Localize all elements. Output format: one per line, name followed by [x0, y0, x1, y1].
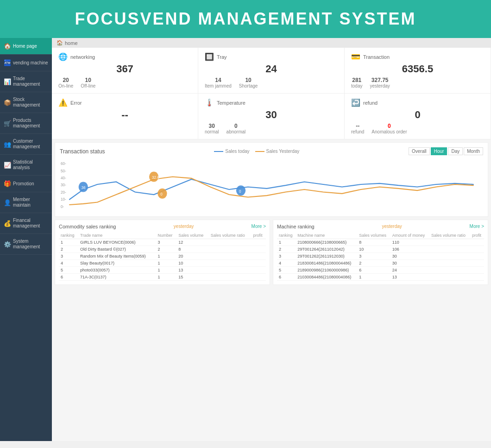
table-row: 5photo033(0057)113	[59, 267, 266, 274]
commodity-table-section: Commodity sales ranking yesterday More >…	[55, 220, 270, 285]
sidebar-item-trade[interactable]: 📊 Trade management	[0, 71, 52, 92]
sidebar-label-member: Member maintain	[13, 197, 48, 208]
table-row: 1GIRLS LUV BEYONCE(0006)312	[59, 239, 266, 246]
breadcrumb: 🏠 home	[52, 38, 491, 48]
chart-svg: 60- 50- 40- 30- 20- 10- 0- 0 1 2 3 4 5 6…	[60, 159, 483, 210]
stat-tray: 🔲 Tray 24 14 Item jammed 10 Shortage	[198, 48, 345, 93]
sidebar-item-promotion[interactable]: 🎁 Promotion	[0, 176, 52, 192]
refund-sub: -- refund 0 Anomalous order	[351, 123, 484, 134]
col-number: Number	[156, 232, 176, 239]
legend-today-dot	[214, 151, 223, 152]
anomalous-value: 0	[388, 123, 391, 129]
sidebar-label-promotion: Promotion	[13, 181, 34, 187]
online-label: On-line	[58, 83, 73, 88]
networking-header: 🌐 networking	[58, 52, 191, 61]
table-row: 621030084486(21080004086)113	[277, 274, 484, 281]
chart-btn-month[interactable]: Month	[464, 147, 483, 155]
sidebar-item-member[interactable]: 👤 Member maintain	[0, 192, 52, 213]
legend-yesterday: Sales Yesterday	[255, 149, 300, 154]
machine-table-section: Machine ranking yesterday More > ranking…	[273, 220, 488, 285]
offline-label: Off-line	[81, 83, 95, 88]
sidebar-item-statistical[interactable]: 📈 Statistical analysis	[0, 155, 52, 176]
jammed-label: Item jammed	[205, 83, 232, 88]
legend-yesterday-label: Sales Yesterday	[266, 149, 300, 154]
commodity-table-title: Commodity sales ranking	[59, 224, 116, 229]
sidebar-label-stock: Stock management	[13, 97, 48, 108]
chart-btn-overall[interactable]: Overall	[409, 147, 430, 155]
chart-header: Transaction status Sales today Sales Yes…	[60, 147, 483, 155]
table-row: 329T001262(2611912030)330	[277, 253, 484, 260]
sidebar-item-stock[interactable]: 📦 Stock management	[0, 92, 52, 113]
commodity-table-body: 1GIRLS LUV BEYONCE(0006)3122Old Dirty Ba…	[59, 239, 266, 281]
table-row: 2Old Dirty Bastard ©(027)28	[59, 246, 266, 253]
table-row: 229T001264(2611012042)10106	[277, 246, 484, 253]
yesterday-value: 327.75	[371, 77, 389, 83]
promotion-icon: 🎁	[4, 180, 11, 187]
sidebar-item-customer[interactable]: 👥 Customer management	[0, 134, 52, 155]
sidebar-label-home: Home page	[13, 44, 37, 49]
sidebar-item-home[interactable]: 🏠 Home page	[0, 38, 52, 55]
sidebar-label-customer: Customer management	[13, 139, 48, 150]
sidebar-label-products: Products management	[13, 118, 48, 129]
breadcrumb-home: home	[65, 40, 78, 46]
temperature-label: Temperature	[217, 100, 246, 106]
svg-text:30-: 30-	[61, 183, 66, 187]
chart-btn-day[interactable]: Day	[448, 147, 463, 155]
commodity-table-header-row: ranking Trade name Number Sales volume S…	[59, 232, 266, 239]
stat-refund: ↩️ refund 0 -- refund 0 Anomalous order	[345, 94, 491, 139]
trade-icon: 📊	[4, 78, 11, 85]
transaction-icon: 💳	[351, 52, 360, 61]
yesterday-stat: 327.75 yesterday	[370, 77, 390, 88]
shortage-value: 10	[245, 77, 251, 83]
dashboard: 🏠 home 🌐 networking 367 20 On-line 10	[52, 38, 491, 441]
machine-more-link[interactable]: More >	[470, 224, 484, 229]
commodity-more-link[interactable]: More >	[252, 224, 266, 229]
stat-error: ⚠️ Error --	[52, 94, 198, 139]
networking-label: networking	[70, 54, 95, 60]
refund-count-value: --	[356, 123, 359, 129]
chart-title: Transaction status	[60, 148, 105, 155]
stat-temperature: 🌡️ Temperature 30 30 normal 0 abnormal	[198, 94, 345, 139]
transaction-header: 💳 Transaction	[351, 52, 484, 61]
chart-legend: Sales today Sales Yesterday	[214, 149, 299, 154]
col-machine-name: Machine name	[296, 232, 357, 239]
temperature-icon: 🌡️	[205, 98, 214, 107]
home-icon: 🏠	[4, 43, 11, 50]
chart-btn-hour[interactable]: Hour	[431, 147, 447, 155]
sidebar-label-system: System management	[13, 239, 48, 250]
svg-text:0-: 0-	[61, 204, 64, 208]
sidebar-label-trade: Trade management	[13, 76, 48, 87]
refund-count-label: refund	[351, 129, 364, 134]
products-icon: 🛒	[4, 120, 11, 127]
financial-icon: 💰	[4, 220, 11, 227]
table-row: 421830081486(21080004486)230	[277, 260, 484, 267]
tray-value: 24	[205, 63, 338, 75]
sidebar-item-products[interactable]: 🛒 Products management	[0, 113, 52, 134]
col-sales-ratio: Sales volume ratio	[209, 232, 252, 239]
machine-table-header: Machine ranking yesterday More >	[277, 224, 484, 229]
abnormal-value: 0	[234, 123, 238, 129]
col-amount: Amount of money	[390, 232, 429, 239]
table-row: 671A-3C(0137)115	[59, 274, 266, 281]
sidebar-label-vending: vending machine	[13, 60, 48, 66]
commodity-table-header: Commodity sales ranking yesterday More >	[59, 224, 266, 229]
col-profit: profit	[252, 232, 266, 239]
main-container: 🏠 Home page 🏧 vending machine 📊 Trade ma…	[0, 38, 491, 441]
vending-icon: 🏧	[4, 59, 11, 66]
legend-yesterday-dot	[255, 151, 264, 152]
sidebar-item-system[interactable]: ⚙️ System management	[0, 234, 52, 255]
anomalous-stat: 0 Anomalous order	[371, 123, 407, 134]
sidebar-item-financial[interactable]: 💰 Financal management	[0, 213, 52, 234]
temperature-value: 30	[205, 109, 338, 121]
sidebar-item-vending[interactable]: 🏧 vending machine	[0, 55, 52, 71]
statistical-icon: 📈	[4, 162, 11, 169]
chart-controls: Overall Hour Day Month	[409, 147, 483, 155]
legend-today-label: Sales today	[225, 149, 249, 154]
app-title: FOCUSVEND MANAGEMENT SYSTEM	[9, 9, 482, 29]
abnormal-label: abnormal	[227, 129, 246, 134]
svg-text:0: 0	[160, 192, 163, 196]
refund-icon: ↩️	[351, 98, 360, 107]
sidebar: 🏠 Home page 🏧 vending machine 📊 Trade ma…	[0, 38, 52, 441]
error-icon: ⚠️	[58, 98, 68, 107]
refund-header: ↩️ refund	[351, 98, 484, 107]
